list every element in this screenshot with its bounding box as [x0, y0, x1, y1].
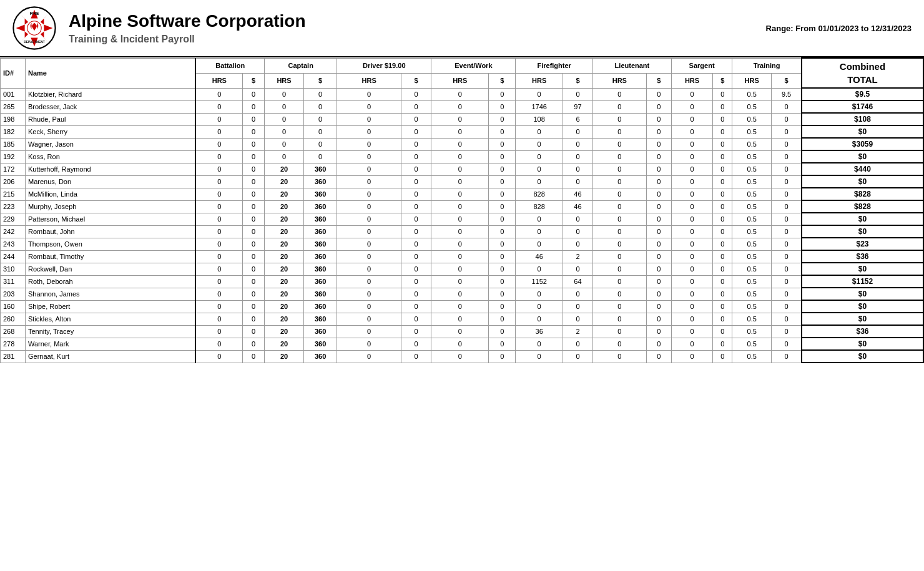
row-name: Thompson, Owen — [26, 238, 196, 250]
ff-hrs: 0 — [516, 313, 563, 325]
lt-group-header: Lieutenant — [592, 58, 671, 73]
event-hrs: 0 — [431, 188, 489, 200]
sgt-hrs: 0 — [671, 150, 712, 163]
row-name: Koss, Ron — [26, 150, 196, 163]
row-name: Shipe, Robert — [26, 300, 196, 313]
sgt-dollar: 0 — [713, 350, 732, 363]
ff-dollar: 0 — [563, 150, 592, 163]
row-name: Marenus, Don — [26, 175, 196, 188]
training-hrs: 0.5 — [732, 313, 772, 325]
table-row: 310 Rockwell, Dan 0 0 20 360 0 0 0 0 0 0… — [1, 263, 924, 275]
event-dollar: 0 — [489, 138, 516, 150]
row-id: 185 — [1, 138, 26, 150]
training-dollar: 0 — [772, 125, 802, 138]
captain-hrs: 0 — [265, 150, 304, 163]
ff-hrs: 0 — [516, 338, 563, 350]
driver-dollar: 0 — [401, 125, 431, 138]
table-row: 265 Brodesser, Jack 0 0 0 0 0 0 0 0 1746… — [1, 100, 924, 113]
ff-dollar-header: $ — [563, 73, 592, 88]
captain-dollar: 360 — [303, 238, 337, 250]
training-dollar: 0 — [772, 300, 802, 313]
svg-text:FIRE: FIRE — [30, 11, 39, 16]
ff-dollar: 0 — [563, 225, 592, 238]
driver-dollar: 0 — [401, 188, 431, 200]
driver-dollar: 0 — [401, 138, 431, 150]
row-name: McMillion, Linda — [26, 188, 196, 200]
sgt-dollar: 0 — [713, 338, 732, 350]
event-dollar: 0 — [489, 275, 516, 288]
sgt-dollar: 0 — [713, 113, 732, 125]
ff-hrs: 0 — [516, 300, 563, 313]
lt-hrs: 0 — [592, 150, 646, 163]
driver-hrs: 0 — [337, 213, 401, 225]
event-dollar: 0 — [489, 150, 516, 163]
driver-hrs: 0 — [337, 275, 401, 288]
row-name: Tennity, Tracey — [26, 325, 196, 338]
table-row: 206 Marenus, Don 0 0 20 360 0 0 0 0 0 0 … — [1, 175, 924, 188]
ff-hrs: 0 — [516, 163, 563, 175]
captain-dollar: 360 — [303, 350, 337, 363]
lt-hrs-header: HRS — [592, 73, 646, 88]
sgt-hrs: 0 — [671, 113, 712, 125]
lt-dollar: 0 — [646, 100, 671, 113]
driver-hrs: 0 — [337, 138, 401, 150]
ff-hrs: 0 — [516, 125, 563, 138]
combined-total-value: $23 — [802, 238, 923, 250]
row-name: Patterson, Michael — [26, 213, 196, 225]
sgt-dollar: 0 — [713, 200, 732, 213]
ff-dollar: 46 — [563, 188, 592, 200]
training-hrs: 0.5 — [732, 125, 772, 138]
lt-dollar: 0 — [646, 113, 671, 125]
event-dollar: 0 — [489, 175, 516, 188]
row-id: 215 — [1, 188, 26, 200]
ff-hrs: 0 — [516, 88, 563, 100]
battalion-dollar: 0 — [243, 288, 265, 300]
ff-dollar: 0 — [563, 300, 592, 313]
event-dollar: 0 — [489, 225, 516, 238]
event-dollar: 0 — [489, 213, 516, 225]
lt-hrs: 0 — [592, 213, 646, 225]
battalion-hrs: 0 — [195, 325, 242, 338]
captain-dollar: 360 — [303, 225, 337, 238]
lt-dollar: 0 — [646, 150, 671, 163]
driver-hrs: 0 — [337, 150, 401, 163]
sgt-hrs: 0 — [671, 350, 712, 363]
event-hrs: 0 — [431, 325, 489, 338]
lt-dollar: 0 — [646, 238, 671, 250]
captain-hrs: 20 — [265, 238, 304, 250]
captain-hrs: 0 — [265, 113, 304, 125]
page-header: FIRE DEPARTMENT Alpine Software Corporat… — [0, 0, 924, 57]
row-id: 265 — [1, 100, 26, 113]
ff-dollar: 0 — [563, 125, 592, 138]
captain-dollar: 360 — [303, 313, 337, 325]
row-name: Rhude, Paul — [26, 113, 196, 125]
row-name: Rombaut, Timothy — [26, 250, 196, 263]
sgt-dollar: 0 — [713, 250, 732, 263]
captain-hrs: 20 — [265, 325, 304, 338]
training-hrs: 0.5 — [732, 288, 772, 300]
table-row: 172 Kutterhoff, Raymond 0 0 20 360 0 0 0… — [1, 163, 924, 175]
training-hrs: 0.5 — [732, 200, 772, 213]
lt-dollar: 0 — [646, 263, 671, 275]
row-name: Brodesser, Jack — [26, 100, 196, 113]
ff-dollar: 0 — [563, 213, 592, 225]
row-id: 311 — [1, 275, 26, 288]
driver-hrs: 0 — [337, 100, 401, 113]
ff-dollar: 2 — [563, 325, 592, 338]
training-dollar: 0 — [772, 288, 802, 300]
training-dollar: 9.5 — [772, 88, 802, 100]
lt-dollar: 0 — [646, 138, 671, 150]
combined-total-value: $1746 — [802, 100, 923, 113]
table-row: 185 Wagner, Jason 0 0 0 0 0 0 0 0 0 0 0 … — [1, 138, 924, 150]
payroll-table: ID# Name Battalion Captain Driver $19.00… — [0, 57, 924, 363]
sgt-hrs: 0 — [671, 225, 712, 238]
driver-dollar: 0 — [401, 338, 431, 350]
battalion-hrs: 0 — [195, 238, 242, 250]
ff-dollar: 0 — [563, 88, 592, 100]
training-dollar: 0 — [772, 188, 802, 200]
driver-hrs: 0 — [337, 350, 401, 363]
event-hrs: 0 — [431, 213, 489, 225]
lt-hrs: 0 — [592, 275, 646, 288]
driver-dollar: 0 — [401, 225, 431, 238]
captain-dollar: 360 — [303, 263, 337, 275]
